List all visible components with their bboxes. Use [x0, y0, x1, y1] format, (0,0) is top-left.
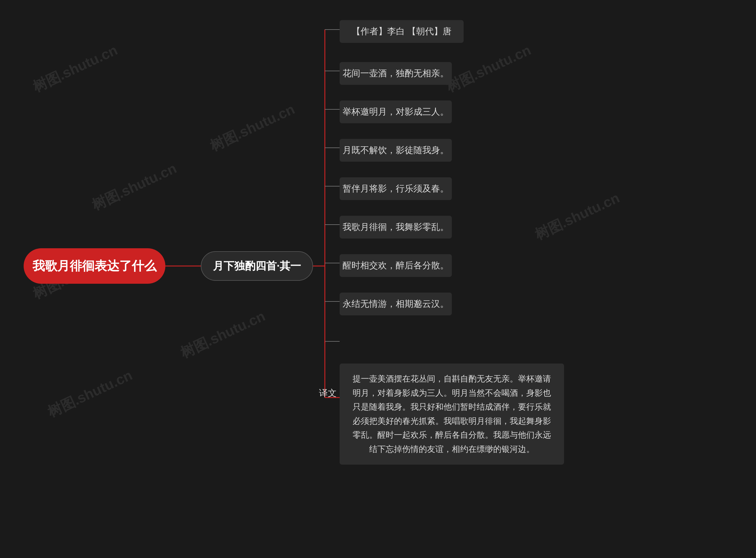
watermark: 树图.shutu.cn [207, 100, 298, 156]
translation-node: 提一壶美酒摆在花丛间，自斟自酌无友无亲。举杯邀请明月，对着身影成为三人。明月当然… [340, 363, 564, 465]
branch-author: 【作者】李白 【朝代】唐 [340, 20, 464, 43]
watermark: 树图.shutu.cn [443, 41, 534, 97]
branch-line1: 花间一壶酒，独酌无相亲。 [340, 62, 452, 85]
branch-line5: 我歌月徘徊，我舞影零乱。 [340, 216, 452, 238]
branch-line4: 暂伴月将影，行乐须及春。 [340, 177, 452, 200]
branch-author-text: 【作者】李白 【朝代】唐 [352, 25, 452, 37]
branch-line5-text: 我歌月徘徊，我舞影零乱。 [343, 221, 449, 233]
root-label: 我歌月徘徊表达了什么 [32, 258, 157, 274]
watermark: 树图.shutu.cn [30, 41, 120, 97]
mind-map: 树图.shutu.cn 树图.shutu.cn 树图.shutu.cn 树图.s… [0, 0, 756, 558]
translation-label: 译文 [319, 387, 337, 399]
branch-line7-text: 永结无情游，相期邈云汉。 [343, 298, 449, 310]
branch-line6: 醒时相交欢，醉后各分散。 [340, 254, 452, 277]
translation-label-node: 译文 [313, 387, 343, 399]
center-label: 月下独酌四首·其一 [213, 259, 301, 273]
watermark: 树图.shutu.cn [45, 366, 135, 422]
watermark: 树图.shutu.cn [178, 307, 268, 363]
center-node: 月下独酌四首·其一 [201, 251, 313, 281]
watermark: 树图.shutu.cn [532, 188, 622, 245]
branch-line2-text: 举杯邀明月，对影成三人。 [343, 106, 449, 118]
branch-line6-text: 醒时相交欢，醉后各分散。 [343, 259, 449, 272]
branch-line3: 月既不解饮，影徒随我身。 [340, 139, 452, 162]
branch-line4-text: 暂伴月将影，行乐须及春。 [343, 183, 449, 195]
branch-line3-text: 月既不解饮，影徒随我身。 [343, 144, 449, 156]
root-node: 我歌月徘徊表达了什么 [24, 248, 165, 284]
branch-line2: 举杯邀明月，对影成三人。 [340, 101, 452, 123]
watermark: 树图.shutu.cn [89, 159, 180, 215]
translation-text: 提一壶美酒摆在花丛间，自斟自酌无友无亲。举杯邀请明月，对着身影成为三人。明月当然… [349, 372, 555, 456]
branch-line1-text: 花间一壶酒，独酌无相亲。 [343, 68, 449, 79]
branch-line7: 永结无情游，相期邈云汉。 [340, 293, 452, 315]
